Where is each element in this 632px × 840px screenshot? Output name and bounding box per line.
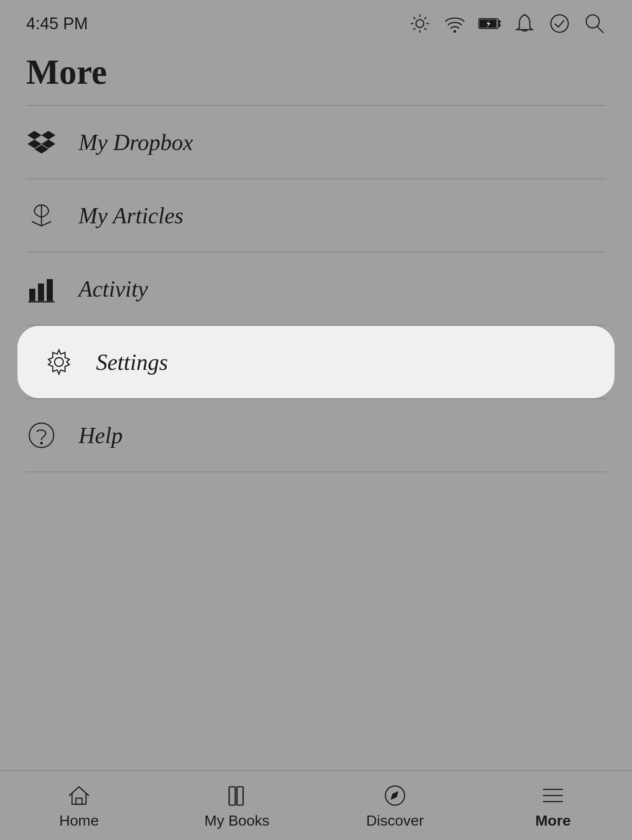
svg-marker-20 bbox=[41, 131, 55, 140]
dropbox-icon bbox=[26, 127, 57, 157]
svg-rect-25 bbox=[38, 283, 44, 301]
notification-icon[interactable] bbox=[513, 12, 536, 35]
svg-rect-31 bbox=[76, 798, 82, 804]
activity-icon bbox=[26, 273, 57, 304]
activity-label: Activity bbox=[79, 276, 148, 302]
menu-item-settings[interactable]: Settings bbox=[17, 326, 615, 398]
svg-line-8 bbox=[413, 28, 415, 30]
svg-marker-19 bbox=[27, 131, 41, 140]
menu-list: My Dropbox My Articles Activity bbox=[0, 106, 632, 472]
svg-rect-33 bbox=[237, 787, 243, 805]
mybooks-nav-icon bbox=[224, 782, 250, 809]
more-nav-label: More bbox=[535, 812, 570, 829]
status-time: 4:45 PM bbox=[26, 14, 88, 33]
settings-icon bbox=[44, 347, 74, 377]
wifi-icon bbox=[443, 12, 466, 35]
mybooks-nav-label: My Books bbox=[204, 812, 269, 829]
svg-rect-24 bbox=[29, 289, 35, 301]
menu-item-dropbox[interactable]: My Dropbox bbox=[0, 106, 632, 178]
search-icon[interactable] bbox=[583, 12, 606, 35]
articles-icon bbox=[26, 200, 57, 231]
svg-point-17 bbox=[586, 15, 599, 28]
svg-point-0 bbox=[416, 20, 424, 27]
discover-nav-label: Discover bbox=[366, 812, 424, 829]
help-label: Help bbox=[79, 423, 123, 448]
divider-5 bbox=[26, 471, 606, 472]
brightness-icon bbox=[409, 12, 431, 35]
nav-item-mybooks[interactable]: My Books bbox=[158, 775, 316, 836]
svg-point-16 bbox=[551, 15, 568, 32]
home-nav-label: Home bbox=[59, 812, 99, 829]
articles-label: My Articles bbox=[79, 203, 183, 229]
svg-rect-26 bbox=[47, 279, 53, 301]
menu-item-help[interactable]: Help bbox=[0, 399, 632, 471]
status-icons bbox=[409, 12, 606, 35]
menu-item-articles[interactable]: My Articles bbox=[0, 179, 632, 252]
svg-marker-39 bbox=[391, 791, 398, 800]
bottom-nav: Home My Books Discover bbox=[0, 770, 632, 840]
svg-point-28 bbox=[55, 358, 63, 366]
discover-nav-icon bbox=[382, 782, 408, 809]
status-bar: 4:45 PM bbox=[0, 0, 632, 44]
svg-line-5 bbox=[413, 17, 415, 19]
nav-item-home[interactable]: Home bbox=[0, 775, 158, 836]
sync-icon[interactable] bbox=[548, 12, 571, 35]
dropbox-label: My Dropbox bbox=[79, 130, 193, 155]
home-nav-icon bbox=[66, 782, 92, 809]
battery-icon bbox=[478, 12, 501, 35]
svg-line-18 bbox=[598, 27, 603, 33]
svg-rect-32 bbox=[229, 787, 235, 805]
svg-line-7 bbox=[424, 17, 426, 19]
svg-point-9 bbox=[453, 30, 456, 33]
nav-item-more[interactable]: More bbox=[474, 775, 632, 836]
nav-item-discover[interactable]: Discover bbox=[316, 775, 474, 836]
svg-point-30 bbox=[40, 442, 43, 444]
help-icon bbox=[26, 420, 57, 451]
more-nav-icon bbox=[540, 782, 566, 809]
settings-label: Settings bbox=[96, 349, 168, 375]
page-title: More bbox=[0, 44, 632, 105]
menu-item-activity[interactable]: Activity bbox=[0, 253, 632, 325]
svg-line-6 bbox=[424, 28, 426, 30]
